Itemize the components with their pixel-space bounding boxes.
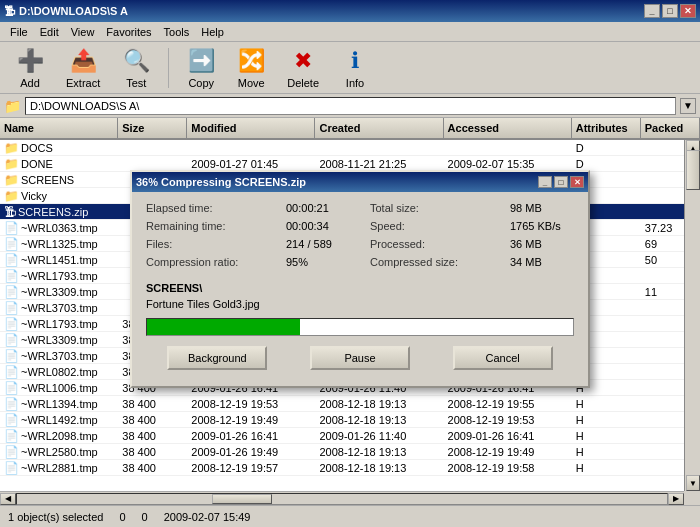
content-area: 📁 DOCS D 📁 DONE 2009-01-27 01:45 2008-11… [0, 140, 700, 527]
delete-button[interactable]: ✖ Delete [279, 45, 327, 91]
folder-icon: 📁 [4, 98, 21, 114]
copy-button[interactable]: ➡️ Copy [179, 45, 223, 91]
compressed-label: Compressed size: [370, 256, 510, 268]
col-header-name[interactable]: Name [0, 118, 118, 138]
menu-file[interactable]: File [4, 24, 34, 40]
elapsed-label: Elapsed time: [146, 202, 286, 214]
compression-label: Compression ratio: [146, 256, 286, 268]
processed-label: Processed: [370, 238, 510, 250]
compression-value: 95% [286, 256, 350, 268]
title-text: D:\DOWNLOADS\S A [19, 5, 128, 17]
extract-button[interactable]: 📤 Extract [58, 45, 108, 91]
info-icon: ℹ [341, 47, 369, 75]
address-input[interactable] [25, 97, 676, 115]
dialog-maximize[interactable]: □ [554, 176, 568, 188]
address-arrow[interactable]: ▼ [680, 98, 696, 114]
menu-edit[interactable]: Edit [34, 24, 65, 40]
dialog-title-text: 36% Compressing SCREENS.zip [136, 176, 306, 188]
dialog-content: Elapsed time: 00:00:21 Remaining time: 0… [132, 192, 588, 386]
total-size-label: Total size: [370, 202, 510, 214]
info-button[interactable]: ℹ Info [333, 45, 377, 91]
speed-label: Speed: [370, 220, 510, 232]
column-headers: Name Size Modified Created Accessed Attr… [0, 118, 700, 140]
dialog-close[interactable]: ✕ [570, 176, 584, 188]
dialog-current-file: Fortune Tiles Gold3.jpg [146, 298, 574, 310]
remaining-label: Remaining time: [146, 220, 286, 232]
progress-bar [147, 319, 300, 335]
add-icon: ➕ [16, 47, 44, 75]
col-header-accessed[interactable]: Accessed [444, 118, 572, 138]
files-label: Files: [146, 238, 286, 250]
move-button[interactable]: 🔀 Move [229, 45, 273, 91]
menu-tools[interactable]: Tools [158, 24, 196, 40]
compress-dialog: 36% Compressing SCREENS.zip _ □ ✕ Elapse… [130, 170, 590, 388]
dialog-minimize[interactable]: _ [538, 176, 552, 188]
cancel-button[interactable]: Cancel [453, 346, 553, 370]
extract-icon: 📤 [69, 47, 97, 75]
test-button[interactable]: 🔍 Test [114, 45, 158, 91]
processed-value: 36 MB [510, 238, 574, 250]
elapsed-value: 00:00:21 [286, 202, 350, 214]
files-value: 214 / 589 [286, 238, 350, 250]
remaining-value: 00:00:34 [286, 220, 350, 232]
test-icon: 🔍 [122, 47, 150, 75]
col-header-attributes[interactable]: Attributes [572, 118, 641, 138]
pause-button[interactable]: Pause [310, 346, 410, 370]
minimize-button[interactable]: _ [644, 4, 660, 18]
dialog-title-bar: 36% Compressing SCREENS.zip _ □ ✕ [132, 172, 588, 192]
address-bar: 📁 ▼ [0, 94, 700, 118]
app-icon: 🗜 [4, 5, 15, 17]
progress-bar-container [146, 318, 574, 336]
col-header-modified[interactable]: Modified [187, 118, 315, 138]
toolbar: ➕ Add 📤 Extract 🔍 Test ➡️ Copy 🔀 Move ✖ … [0, 42, 700, 94]
dialog-path: SCREENS\ [146, 282, 574, 294]
speed-value: 1765 KB/s [510, 220, 574, 232]
menu-favorites[interactable]: Favorites [100, 24, 157, 40]
dialog-buttons: Background Pause Cancel [146, 346, 574, 376]
menu-view[interactable]: View [65, 24, 101, 40]
delete-icon: ✖ [289, 47, 317, 75]
col-header-size[interactable]: Size [118, 118, 187, 138]
close-button[interactable]: ✕ [680, 4, 696, 18]
maximize-button[interactable]: □ [662, 4, 678, 18]
menu-help[interactable]: Help [195, 24, 230, 40]
compressed-value: 34 MB [510, 256, 574, 268]
col-header-created[interactable]: Created [315, 118, 443, 138]
add-button[interactable]: ➕ Add [8, 45, 52, 91]
title-bar: 🗜 D:\DOWNLOADS\S A _ □ ✕ [0, 0, 700, 22]
move-icon: 🔀 [237, 47, 265, 75]
menu-bar: File Edit View Favorites Tools Help [0, 22, 700, 42]
col-header-packed[interactable]: Packed [641, 118, 700, 138]
total-size-value: 98 MB [510, 202, 574, 214]
background-button[interactable]: Background [167, 346, 267, 370]
copy-icon: ➡️ [187, 47, 215, 75]
dialog-overlay: 36% Compressing SCREENS.zip _ □ ✕ Elapse… [0, 140, 700, 527]
